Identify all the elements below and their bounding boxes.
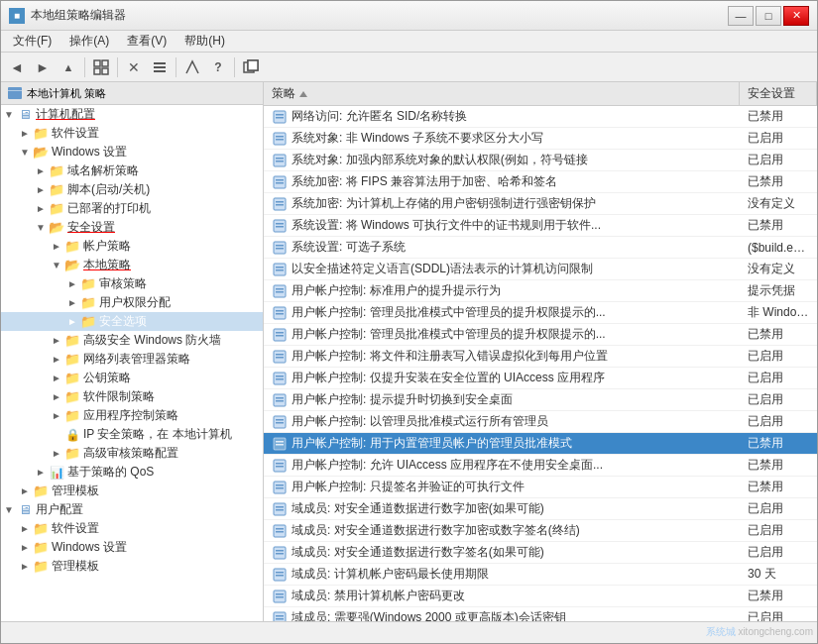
list-row-22[interactable]: 域成员: 禁用计算机帐户密码更改已禁用 (264, 586, 817, 607)
toggle-user-software[interactable]: ► (17, 523, 33, 534)
toggle-admin-templates-computer[interactable]: ► (17, 485, 33, 496)
list-row-0[interactable]: 网络访问: 允许匿名 SID/名称转换已禁用 (264, 106, 817, 128)
list-row-17[interactable]: 用户帐户控制: 只提签名并验证的可执行文件已禁用 (264, 477, 817, 498)
list-row-11[interactable]: 用户帐户控制: 将文件和注册表写入错误虚拟化到每用户位置已启用 (264, 346, 817, 368)
list-row-5[interactable]: 系统设置: 将 Windows 可执行文件中的证书规则用于软件...已禁用 (264, 215, 817, 237)
toggle-audit[interactable]: ► (64, 278, 80, 289)
list-row-3[interactable]: 系统加密: 将 FIPS 兼容算法用于加密、哈希和签名已禁用 (264, 171, 817, 193)
minimize-button[interactable]: — (728, 6, 754, 26)
tree-node-software-restrict[interactable]: ► 📁 软件限制策略 (1, 387, 263, 406)
toggle-qos[interactable]: ► (33, 467, 49, 478)
tree-node-user-software[interactable]: ► 📁 软件设置 (1, 519, 263, 538)
toggle-firewall[interactable]: ► (49, 335, 64, 346)
tree-node-user-admin-templates[interactable]: ► 📁 管理模板 (1, 557, 263, 576)
tree-node-ip-security[interactable]: ► 🔒 IP 安全策略，在 本地计算机 (1, 425, 263, 444)
tree-node-firewall[interactable]: ► 📁 高级安全 Windows 防火墙 (1, 331, 263, 350)
toggle-app-control[interactable]: ► (49, 410, 64, 421)
menu-view[interactable]: 查看(V) (119, 31, 175, 52)
col-header-security[interactable]: 安全设置 (740, 82, 817, 105)
forward-button[interactable]: ► (31, 55, 55, 79)
toggle-user-admin[interactable]: ► (17, 561, 33, 572)
tree-node-advanced-audit[interactable]: ► 📁 高级审核策略配置 (1, 444, 263, 463)
menu-help[interactable]: 帮助(H) (176, 31, 233, 52)
tree-node-account-policy[interactable]: ► 📁 帐户策略 (1, 237, 263, 256)
tree-node-user-rights[interactable]: ► 📁 用户权限分配 (1, 293, 263, 312)
list-row-12[interactable]: 用户帐户控制: 仅提升安装在安全位置的 UIAccess 应用程序已启用 (264, 368, 817, 389)
cell-security-7: 没有定义 (740, 259, 817, 279)
show-hide-button[interactable] (89, 55, 113, 79)
policy-label-22: 域成员: 禁用计算机帐户密码更改 (292, 588, 465, 604)
toggle-account[interactable]: ► (49, 241, 64, 252)
menu-file[interactable]: 文件(F) (5, 31, 59, 52)
toggle-advanced-audit[interactable]: ► (49, 448, 64, 459)
public-key-label: 公钥策略 (83, 370, 131, 386)
list-row-2[interactable]: 系统对象: 加强内部系统对象的默认权限(例如，符号链接已启用 (264, 150, 817, 171)
list-row-1[interactable]: 系统对象: 非 Windows 子系统不要求区分大小写已启用 (264, 128, 817, 150)
tree-node-admin-templates-computer[interactable]: ► 📁 管理模板 (1, 482, 263, 500)
properties-button[interactable] (148, 55, 172, 79)
delete-button[interactable]: ✕ (122, 55, 146, 79)
toggle-computer-config[interactable]: ▼ (1, 109, 17, 120)
tree-node-qos[interactable]: ► 📊 基于策略的 QoS (1, 463, 263, 482)
list-row-9[interactable]: 用户帐户控制: 管理员批准模式中管理员的提升权限提示的...非 Windows … (264, 302, 817, 324)
svg-rect-27 (276, 204, 284, 206)
list-row-15[interactable]: 用户帐户控制: 用于内置管理员帐户的管理员批准模式已禁用 (264, 433, 817, 455)
export-button[interactable] (180, 55, 204, 79)
tree-node-security-options[interactable]: ► 📁 安全选项 (1, 312, 263, 331)
tree-node-security-settings[interactable]: ▼ 📂 安全设置 (1, 218, 263, 237)
policy-label-5: 系统设置: 将 Windows 可执行文件中的证书规则用于软件... (292, 217, 601, 234)
toggle-user-windows[interactable]: ► (17, 542, 33, 553)
list-row-7[interactable]: 以安全描述符定义语言(SDDL)语法表示的计算机访问限制没有定义 (264, 259, 817, 280)
list-row-20[interactable]: 域成员: 对安全通道数据进行数字签名(如果可能)已启用 (264, 542, 817, 564)
tree-node-app-control[interactable]: ► 📁 应用程序控制策略 (1, 406, 263, 425)
toggle-printer[interactable]: ► (33, 203, 49, 214)
list-row-4[interactable]: 系统加密: 为计算机上存储的用户密钥强制进行强密钥保护没有定义 (264, 193, 817, 215)
toggle-software-restrict[interactable]: ► (49, 391, 64, 402)
tree-node-user-config[interactable]: ▼ 🖥 用户配置 (1, 500, 263, 519)
tree-node-dns-policy[interactable]: ► 📁 域名解析策略 (1, 161, 263, 180)
col-header-policy[interactable]: 策略 (264, 82, 740, 105)
list-row-21[interactable]: 域成员: 计算机帐户密码最长使用期限30 天 (264, 564, 817, 586)
close-button[interactable]: ✕ (783, 6, 809, 26)
tree-node-network-list[interactable]: ► 📁 网络列表管理器策略 (1, 350, 263, 369)
menu-action[interactable]: 操作(A) (61, 31, 117, 52)
list-panel: 策略 安全设置 网络访问: 允许匿名 SID/名称转换已禁用系统对象: 非 Wi… (264, 82, 817, 621)
tree-node-user-windows[interactable]: ► 📁 Windows 设置 (1, 538, 263, 557)
tree-node-windows-settings[interactable]: ▼ 📂 Windows 设置 (1, 143, 263, 161)
cell-security-18: 已启用 (740, 498, 817, 519)
list-row-13[interactable]: 用户帐户控制: 提示提升时切换到安全桌面已启用 (264, 389, 817, 411)
toggle-user-rights[interactable]: ► (64, 297, 80, 308)
toggle-security-options[interactable]: ► (64, 316, 80, 327)
toggle-public-key[interactable]: ► (49, 373, 64, 383)
tree-node-printer[interactable]: ► 📁 已部署的打印机 (1, 199, 263, 218)
tree-node-local-policy[interactable]: ▼ 📂 本地策略 (1, 256, 263, 274)
list-row-10[interactable]: 用户帐户控制: 管理员批准模式中管理员的提升权限提示的...已禁用 (264, 324, 817, 346)
tree-node-public-key[interactable]: ► 📁 公钥策略 (1, 369, 263, 387)
toggle-user-config[interactable]: ▼ (1, 504, 17, 515)
list-row-18[interactable]: 域成员: 对安全通道数据进行数字加密(如果可能)已启用 (264, 498, 817, 520)
tree-node-software-settings[interactable]: ► 📁 软件设置 (1, 124, 263, 143)
list-row-23[interactable]: 域成员: 需要强(Windows 2000 或更高版本)会话密钥已启用 (264, 607, 817, 621)
list-row-16[interactable]: 用户帐户控制: 允许 UIAccess 应用程序在不使用安全桌面...已禁用 (264, 455, 817, 477)
toggle-ip-security[interactable]: ► (49, 429, 64, 440)
up-button[interactable]: ▲ (57, 55, 80, 79)
help-button[interactable]: ? (206, 55, 230, 79)
toggle-dns[interactable]: ► (33, 165, 49, 176)
toggle-windows-settings[interactable]: ▼ (17, 147, 33, 158)
cell-policy-18: 域成员: 对安全通道数据进行数字加密(如果可能) (264, 498, 740, 519)
tree-node-scripts[interactable]: ► 📁 脚本(启动/关机) (1, 180, 263, 199)
list-row-6[interactable]: 系统设置: 可选子系统($build.empty) (264, 237, 817, 259)
toggle-security[interactable]: ▼ (33, 222, 49, 233)
tree-node-audit[interactable]: ► 📁 审核策略 (1, 274, 263, 293)
new-window-button[interactable] (239, 55, 263, 79)
list-row-14[interactable]: 用户帐户控制: 以管理员批准模式运行所有管理员已启用 (264, 411, 817, 433)
back-button[interactable]: ◄ (5, 55, 29, 79)
tree-node-computer-config[interactable]: ▼ 🖥 计算机配置 (1, 105, 263, 124)
list-row-19[interactable]: 域成员: 对安全通道数据进行数字加密或数字签名(终结)已启用 (264, 520, 817, 542)
maximize-button[interactable]: □ (756, 6, 781, 26)
toggle-scripts[interactable]: ► (33, 184, 49, 195)
toggle-software[interactable]: ► (17, 128, 33, 139)
toggle-local-policy[interactable]: ▼ (49, 260, 64, 270)
toggle-network-list[interactable]: ► (49, 354, 64, 365)
list-row-8[interactable]: 用户帐户控制: 标准用户的提升提示行为提示凭据 (264, 280, 817, 302)
